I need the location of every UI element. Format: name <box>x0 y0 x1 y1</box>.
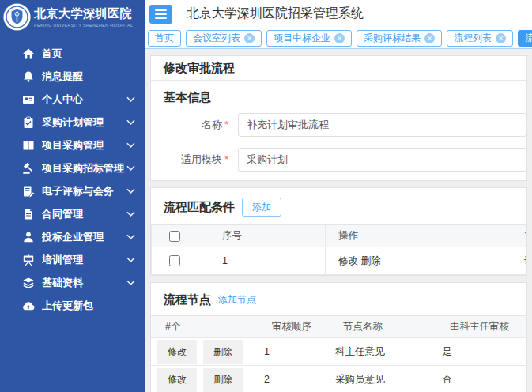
node-director-review: 否 <box>436 366 527 392</box>
modify-action[interactable]: 修改 <box>338 255 358 266</box>
process-nodes-panel: 流程节点 添加节点 #个 审核顺序 节点名称 由科主任审核 <box>150 282 527 392</box>
node-order: 2 <box>258 366 329 392</box>
sidebar-item-project-procurement[interactable]: 项目采购管理 <box>0 134 145 156</box>
chevron-down-icon <box>126 280 135 286</box>
close-tab-icon[interactable]: × <box>334 33 345 43</box>
bell-icon <box>22 70 35 83</box>
document-edit-icon <box>22 185 35 198</box>
tab-home[interactable]: 首页 <box>148 30 181 47</box>
name-label: 名称* <box>151 118 228 132</box>
chevron-down-icon <box>126 188 135 194</box>
tab-label: 流程列表 <box>454 32 492 45</box>
name-input[interactable] <box>238 113 526 137</box>
sidebar-item-e-evaluation[interactable]: 电子评标与会务 <box>0 179 145 202</box>
sidebar-item-basic-data[interactable]: 基础资料 <box>0 271 145 294</box>
sidebar-item-procurement-plan[interactable]: 采购计划管理 <box>0 111 145 134</box>
page-content: 修改审批流程 基本信息 名称* 适用模块* 流程 <box>145 49 532 392</box>
col-index: 序号 <box>209 225 326 247</box>
node-actions: 修改删除 <box>151 366 258 392</box>
modify-node-button[interactable]: 修改 <box>157 368 197 392</box>
add-condition-button[interactable]: 添加 <box>242 198 281 217</box>
close-tab-icon[interactable]: × <box>244 33 255 43</box>
sidebar-item-project-bidding[interactable]: 项目采购招标管理 <box>0 156 145 179</box>
home-icon <box>22 47 35 60</box>
tab-process-list[interactable]: 流程列表 × <box>447 30 513 47</box>
cloud-upload-icon <box>22 300 35 312</box>
condition-actions: 修改 删除 <box>326 247 511 275</box>
col-node-name: 节点名称 <box>329 316 436 338</box>
sidebar-menu: 首页 消息提醒 个人中心 采购计划管理 项目采购管理 <box>0 36 145 317</box>
clipboard-check-icon <box>22 116 35 129</box>
sidebar-item-training[interactable]: 培训管理 <box>0 248 145 271</box>
match-conditions-panel: 流程匹配条件 添加 序号 操作 字 <box>150 187 527 276</box>
nodes-header-row: #个 审核顺序 节点名称 由科主任审核 <box>151 316 527 338</box>
sidebar-item-personal-center[interactable]: 个人中心 <box>0 88 145 111</box>
node-row: 修改删除 1 科主任意见 是 <box>151 338 527 366</box>
col-actions: 操作 <box>326 225 511 247</box>
process-nodes-title: 流程节点 添加节点 <box>164 292 526 307</box>
top-bar: 北京大学深圳医院招采管理系统 <box>145 0 532 28</box>
chevron-down-icon <box>126 96 135 103</box>
hospital-subtitle: PEKING UNIVERSITY SHENZHEN HOSPITAL <box>34 23 133 28</box>
chevron-down-icon <box>126 119 135 126</box>
row-checkbox[interactable] <box>169 255 180 266</box>
chevron-down-icon <box>126 257 135 263</box>
sidebar: 北京大学深圳医院 PEKING UNIVERSITY SHENZHEN HOSP… <box>0 0 145 392</box>
basic-info-panel: 修改审批流程 基本信息 名称* 适用模块* <box>150 55 527 181</box>
tab-winning-bidders[interactable]: 项目中标企业 × <box>266 30 352 47</box>
chevron-down-icon <box>126 142 135 149</box>
delete-action[interactable]: 删除 <box>360 255 380 266</box>
close-tab-icon[interactable]: × <box>496 33 506 43</box>
tab-bar: 首页 会议室列表 × 项目中标企业 × 采购评标结果 × 流程列表 × 流程 × <box>145 28 532 49</box>
modify-node-button[interactable]: 修改 <box>157 340 197 364</box>
delete-node-button[interactable]: 删除 <box>203 340 243 364</box>
id-card-icon <box>22 93 35 106</box>
chevron-down-icon <box>126 165 135 172</box>
node-row: 修改删除 2 采购员意见 否 <box>151 366 527 392</box>
tab-meeting-room-list[interactable]: 会议室列表 × <box>186 30 262 47</box>
col-review-order: 审核顺序 <box>258 316 329 338</box>
delete-node-button[interactable]: 删除 <box>203 368 243 392</box>
layers-icon <box>22 277 35 289</box>
page-title: 修改审批流程 <box>151 56 526 81</box>
hospital-name: 北京大学深圳医院 <box>34 6 133 21</box>
contract-icon <box>22 208 35 220</box>
close-tab-icon[interactable]: × <box>424 33 435 43</box>
name-field-row: 名称* <box>151 113 526 137</box>
sidebar-item-bidder-management[interactable]: 投标企业管理 <box>0 225 145 248</box>
sidebar-item-messages[interactable]: 消息提醒 <box>0 65 145 88</box>
condition-index: 1 <box>209 247 326 275</box>
conditions-table: 序号 操作 字 1 修改 删除 <box>151 224 527 275</box>
app-title: 北京大学深圳医院招采管理系统 <box>187 6 364 22</box>
condition-extra: 计 <box>511 247 528 275</box>
node-actions: 修改删除 <box>151 338 258 366</box>
node-name: 科主任意见 <box>329 338 436 366</box>
tab-evaluation-results[interactable]: 采购评标结果 × <box>357 30 442 47</box>
hospital-logo: 北京大学深圳医院 PEKING UNIVERSITY SHENZHEN HOSP… <box>0 0 145 36</box>
tab-label: 会议室列表 <box>193 32 240 45</box>
module-label: 适用模块* <box>151 153 228 167</box>
sidebar-item-home[interactable]: 首页 <box>0 42 145 65</box>
condition-row: 1 修改 删除 计 <box>152 247 528 275</box>
chevron-down-icon <box>126 234 135 240</box>
required-mark: * <box>224 119 228 130</box>
module-input[interactable] <box>238 148 526 172</box>
col-director-review: 由科主任审核 <box>436 316 527 338</box>
module-field-row: 适用模块* <box>151 148 526 172</box>
app-window: 北京大学深圳医院 PEKING UNIVERSITY SHENZHEN HOSP… <box>0 0 532 392</box>
col-hash: #个 <box>151 316 258 338</box>
chevron-down-icon <box>126 211 135 217</box>
menu-toggle-button[interactable] <box>149 5 172 24</box>
select-all-checkbox[interactable] <box>169 231 180 242</box>
sidebar-item-upload-package[interactable]: 上传更新包 <box>0 294 145 317</box>
tab-label: 首页 <box>155 32 174 45</box>
nodes-table: #个 审核顺序 节点名称 由科主任审核 修改删除 1 <box>151 315 527 392</box>
sidebar-item-contract[interactable]: 合同管理 <box>0 202 145 225</box>
tab-process[interactable]: 流程 × <box>518 30 532 47</box>
col-extra: 字 <box>511 225 528 247</box>
basic-info-section-title: 基本信息 <box>164 90 526 105</box>
node-director-review: 是 <box>436 338 527 366</box>
main-area: 北京大学深圳医院招采管理系统 首页 会议室列表 × 项目中标企业 × 采购评标结… <box>145 0 532 392</box>
add-node-link[interactable]: 添加节点 <box>218 293 256 307</box>
node-order: 1 <box>258 338 329 366</box>
